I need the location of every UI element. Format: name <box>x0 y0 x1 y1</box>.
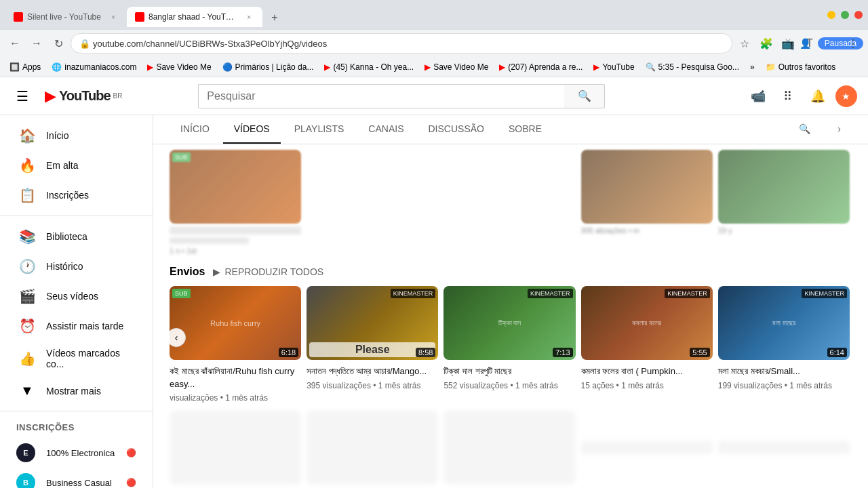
sub-item-business-casual[interactable]: B Business Casual 🔴 <box>0 468 153 488</box>
thumb <box>581 150 713 224</box>
maximize-button[interactable] <box>841 11 849 19</box>
search-input[interactable] <box>198 84 564 108</box>
home-icon: 🏠 <box>19 127 35 144</box>
bookmark-label: 5:35 - Pesquisa Goo... <box>658 62 739 72</box>
chevron-right-icon: » <box>750 62 755 72</box>
nav-sobre[interactable]: SOBRE <box>498 115 553 144</box>
sidebar-label: Início <box>46 130 68 141</box>
youtube-header: ☰ ▶ YouTube BR 🔍 📹 ⠿ 🔔 ★ <box>0 77 868 115</box>
video-title: কই মাছের ঝাঁঝালিয়ানা/Ruhu fish curry ea… <box>170 365 301 390</box>
video-card-top-4: 305 alizações • m <box>581 150 713 255</box>
bookmark-label: Save Video Me <box>433 62 488 72</box>
video-card[interactable]: মলা মাছের KINEMASTER 6:14 মলা মাছের মকচা… <box>718 286 850 405</box>
bookmark-primarios[interactable]: 🔵 Primários | Lição da... <box>218 61 318 73</box>
bookmark-label: (45) Kanna - Oh yea... <box>333 62 414 72</box>
bookmark-more[interactable]: » <box>746 61 759 73</box>
bookmark-icon: 🔲 <box>9 62 20 72</box>
thumb-text: Ruhu fish curry <box>210 319 260 327</box>
video-info: মলা মাছের মকচার/Small... 199 visualizaçõ… <box>718 360 850 392</box>
more-menu-button[interactable]: ⋮ <box>844 34 863 53</box>
address-bar[interactable]: 🔒 youtube.com/channel/UCBiBRWs-Stxa3PeOl… <box>71 33 732 54</box>
new-tab-button[interactable]: + <box>265 8 284 27</box>
tab-favicon <box>14 12 23 22</box>
nav-discussao[interactable]: DISCUSSÃO <box>417 115 494 144</box>
video-duration: 5:55 <box>690 348 709 357</box>
tab-close-btn[interactable]: × <box>108 12 119 22</box>
sidebar-divider-2 <box>0 411 153 411</box>
video-title: কমলার ফলের বাতা ( Pumpkin... <box>581 365 713 378</box>
video-card[interactable]: কমলার ফলের KINEMASTER 5:55 কমলার ফলের বা… <box>581 286 713 405</box>
video-card-top[interactable]: SUB 1 n • 1st <box>170 150 301 255</box>
profile-button[interactable]: 👤 Pausada <box>822 34 841 53</box>
bookmark-save-video[interactable]: ▶ Save Video Me <box>143 61 215 73</box>
youtube-logo[interactable]: ▶ YouTube BR <box>45 87 122 105</box>
sidebar-item-seus-videos[interactable]: 🎬 Seus vídeos <box>3 281 150 311</box>
minimize-button[interactable] <box>827 11 835 19</box>
play-all-button[interactable]: ▶ REPRODUZIR TODOS <box>213 266 323 277</box>
bookmark-outros-favoritos[interactable]: 📁 Outros favoritos <box>762 61 840 73</box>
nav-videos[interactable]: VÍDEOS <box>223 115 281 144</box>
bookmark-kanna[interactable]: ▶ (45) Kanna - Oh yea... <box>320 61 418 73</box>
forward-button[interactable]: → <box>27 34 46 53</box>
nav-playlists[interactable]: PLAYLISTS <box>283 115 355 144</box>
bookmark-youtube[interactable]: ▶ YouTube <box>589 61 638 73</box>
apps-button[interactable]: ⠿ <box>776 84 800 108</box>
bookmark-aprenda[interactable]: ▶ (207) Aprenda a re... <box>495 61 587 73</box>
notifications-button[interactable]: 🔔 <box>806 84 830 108</box>
notification-icon: 🔴 <box>126 448 136 458</box>
sidebar-item-assistir[interactable]: ⏰ Assistir mais tarde <box>3 311 150 341</box>
tab-close-btn[interactable]: × <box>243 12 254 22</box>
site-favicon: 🔒 <box>79 39 89 48</box>
trending-icon: 🔥 <box>19 157 35 174</box>
sidebar-item-mostrar-mais[interactable]: ▼ Mostrar mais <box>3 376 150 405</box>
sidebar-label: Vídeos marcados co... <box>46 348 134 369</box>
bookmark-button[interactable]: ☆ <box>735 34 754 53</box>
sub-item-electronica[interactable]: E 100% Electronica 🔴 <box>0 438 153 468</box>
video-card[interactable]: টিক্কা দাল KINEMASTER 7:13 টিক্কা দাল শর… <box>443 286 575 405</box>
channel-nav-next[interactable]: › <box>827 115 852 144</box>
bell-icon: 🔔 <box>810 89 825 104</box>
video-card-top-2 <box>307 150 438 255</box>
bookmark-inazumaniacos[interactable]: 🌐 inazumaniacos.com <box>47 61 140 73</box>
bookmark-icon: 🔵 <box>222 62 233 72</box>
user-avatar[interactable]: ★ <box>835 85 857 107</box>
video-meta: 395 visualizações • 1 mês atrás <box>307 381 438 390</box>
nav-inicio[interactable]: INÍCIO <box>170 115 220 144</box>
bookmark-save-video-2[interactable]: ▶ Save Video Me <box>420 61 492 73</box>
sidebar-item-inicio[interactable]: 🏠 Início <box>3 121 150 150</box>
bookmark-icon: ▶ <box>499 62 505 72</box>
bookmark-pesquisa[interactable]: 🔍 5:35 - Pesquisa Goo... <box>642 61 743 73</box>
back-button[interactable]: ← <box>5 34 24 53</box>
video-meta: 1 n • 1st <box>170 247 301 255</box>
media-button[interactable]: 📺 <box>778 34 797 53</box>
video-card[interactable]: Ruhu fish curry SUB 6:18 কই মাছের ঝাঁঝাল… <box>170 286 301 405</box>
sidebar-item-inscricoes[interactable]: 📋 Inscrições <box>3 180 150 210</box>
nav-canais[interactable]: CANAIS <box>357 115 414 144</box>
video-info: সনাতন পদ্ধতিতে আম্র আচার/Mango... 395 vi… <box>307 360 438 392</box>
sidebar-item-em-alta[interactable]: 🔥 Em alta <box>3 150 150 180</box>
reload-button[interactable]: ↻ <box>49 34 68 53</box>
library-icon: 📚 <box>19 228 35 245</box>
bookmark-apps[interactable]: 🔲 Apps <box>5 61 45 73</box>
bookmark-icon: ▶ <box>593 62 599 72</box>
sidebar-item-biblioteca[interactable]: 📚 Biblioteca <box>3 222 150 251</box>
video-thumbnail: মলা মাছের KINEMASTER 6:14 <box>718 286 850 360</box>
sidebar-item-marcados[interactable]: 👍 Vídeos marcados co... <box>3 341 150 376</box>
tab-silent-live[interactable]: Silent live - YouTube × <box>5 7 127 27</box>
section-header: Envios ▶ REPRODUZIR TODOS <box>170 266 852 278</box>
video-row-blurred <box>170 411 852 485</box>
video-row-1: ‹ Ruhu fish curry SUB 6:18 কই মাছের ঝাঁঝ… <box>170 286 852 405</box>
liked-icon: 👍 <box>19 350 35 367</box>
extensions-button[interactable]: 🧩 <box>757 34 776 53</box>
channel-search-button[interactable]: 🔍 <box>788 115 821 144</box>
sidebar-item-historico[interactable]: 🕐 Histórico <box>3 251 150 281</box>
close-button[interactable] <box>854 11 863 19</box>
video-thumbnail: টিক্কা দাল KINEMASTER 7:13 <box>443 286 575 360</box>
upload-button[interactable]: 📹 <box>746 84 770 108</box>
video-card[interactable]: Please KINEMASTER 8:58 সনাতন পদ্ধতিতে আম… <box>307 286 438 405</box>
camera-icon: 📹 <box>751 89 766 104</box>
tab-banglar-shaad[interactable]: 8anglar shaad - YouTube × <box>127 7 262 27</box>
search-button[interactable]: 🔍 <box>564 84 605 108</box>
tab-title: Silent live - YouTube <box>27 12 101 22</box>
menu-button[interactable]: ☰ <box>11 83 34 110</box>
